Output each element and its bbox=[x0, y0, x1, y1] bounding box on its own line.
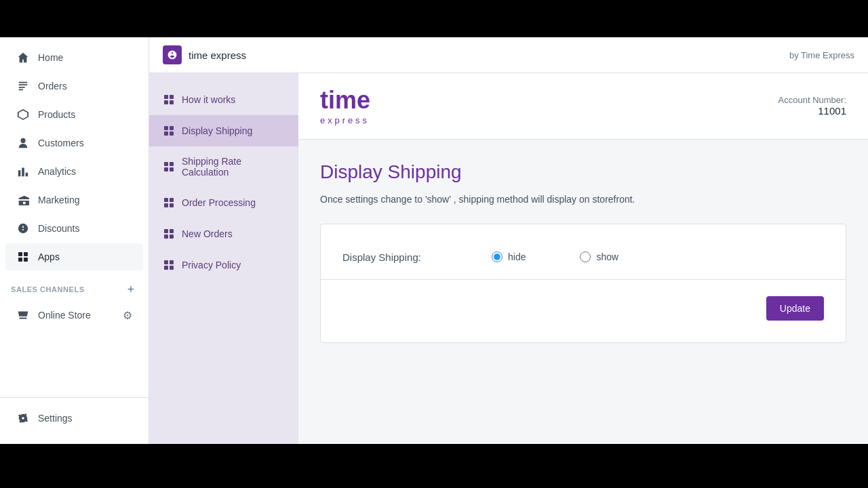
app-sidebar-item-how-it-works[interactable]: How it works bbox=[149, 84, 298, 115]
update-button[interactable]: Update bbox=[766, 296, 824, 321]
page-title: Display Shipping bbox=[320, 161, 846, 183]
orders-icon bbox=[16, 79, 30, 93]
sidebar-label-orders: Orders bbox=[38, 81, 67, 92]
account-info: Account Number: 11001 bbox=[778, 95, 846, 117]
products-icon bbox=[16, 108, 30, 121]
app-sidebar-item-order-processing[interactable]: Order Processing bbox=[149, 187, 298, 218]
radio-option-show[interactable]: show bbox=[580, 251, 618, 262]
brand-header: time express Account Number: 11001 bbox=[298, 73, 868, 140]
sidebar-label-online-store: Online Store bbox=[38, 310, 91, 321]
app-logo-icon bbox=[163, 45, 182, 64]
app-sidebar-item-display-shipping[interactable]: Display Shipping bbox=[149, 115, 298, 146]
how-it-works-icon bbox=[163, 94, 175, 106]
discounts-icon bbox=[16, 222, 30, 235]
marketing-icon bbox=[16, 193, 30, 207]
inner-layout: How it works Display Shipping Shipping R… bbox=[149, 73, 868, 444]
sidebar-label-products: Products bbox=[38, 109, 75, 120]
display-shipping-icon bbox=[163, 125, 175, 137]
top-bar bbox=[0, 0, 868, 37]
display-shipping-row: Display Shipping: hide show bbox=[342, 246, 824, 279]
sidebar-item-settings[interactable]: Settings bbox=[5, 405, 143, 432]
radio-group: hide show bbox=[492, 251, 824, 262]
customers-icon bbox=[16, 136, 30, 150]
sidebar-item-marketing[interactable]: Marketing bbox=[5, 186, 143, 214]
sidebar-item-online-store[interactable]: Online Store ⚙ bbox=[5, 302, 143, 329]
sidebar-item-orders[interactable]: Orders bbox=[5, 73, 143, 100]
sidebar-item-discounts[interactable]: Discounts bbox=[5, 215, 143, 242]
content-area: time express Account Number: 11001 Displ… bbox=[298, 73, 868, 444]
apps-icon bbox=[16, 250, 30, 264]
bottom-bar bbox=[0, 444, 868, 488]
account-label: Account Number: bbox=[778, 95, 846, 105]
account-number: 11001 bbox=[778, 105, 846, 117]
sidebar-item-analytics[interactable]: Analytics bbox=[5, 158, 143, 185]
sidebar-label-customers: Customers bbox=[38, 138, 84, 148]
app-sidebar: How it works Display Shipping Shipping R… bbox=[149, 73, 298, 444]
app-name: time express bbox=[189, 49, 246, 61]
shipping-rate-icon bbox=[163, 161, 175, 173]
app-header: time express by Time Express bbox=[149, 37, 868, 73]
sidebar-label-home: Home bbox=[38, 52, 63, 63]
store-icon bbox=[16, 308, 30, 322]
app-header-left: time express bbox=[163, 45, 246, 64]
app-sidebar-item-privacy-policy[interactable]: Privacy Policy bbox=[149, 249, 298, 281]
sidebar-label-discounts: Discounts bbox=[38, 223, 79, 234]
sidebar-item-apps[interactable]: Apps bbox=[5, 243, 143, 270]
settings-actions: Update bbox=[342, 280, 824, 321]
radio-hide[interactable] bbox=[492, 251, 502, 262]
order-processing-icon bbox=[163, 197, 175, 209]
page-content: Display Shipping Once settings change to… bbox=[298, 140, 868, 365]
sidebar-label-analytics: Analytics bbox=[38, 166, 76, 177]
app-sidebar-item-new-orders[interactable]: New Orders bbox=[149, 218, 298, 249]
sidebar-item-customers[interactable]: Customers bbox=[5, 129, 143, 157]
new-orders-icon bbox=[163, 228, 175, 240]
brand-logo-text: time bbox=[320, 87, 370, 114]
analytics-icon bbox=[16, 165, 30, 178]
home-icon bbox=[16, 51, 30, 64]
sales-channels-header: SALES CHANNELS + bbox=[0, 272, 149, 300]
main-content: time express by Time Express How it work… bbox=[149, 37, 868, 444]
app-sidebar-item-shipping-rate[interactable]: Shipping Rate Calculation bbox=[149, 146, 298, 187]
sidebar-label-marketing: Marketing bbox=[38, 195, 79, 205]
settings-card: Display Shipping: hide show bbox=[320, 224, 846, 343]
sidebar-item-home[interactable]: Home bbox=[5, 44, 143, 71]
radio-show[interactable] bbox=[580, 251, 591, 262]
display-shipping-label: Display Shipping: bbox=[342, 251, 492, 263]
sidebar-item-products[interactable]: Products bbox=[5, 101, 143, 128]
online-store-settings-icon[interactable]: ⚙ bbox=[123, 309, 132, 322]
sidebar-bottom: Settings bbox=[0, 397, 149, 444]
brand-logo-sub: express bbox=[320, 115, 370, 125]
privacy-policy-icon bbox=[163, 259, 175, 271]
main-sidebar: Home Orders Products Customers bbox=[0, 37, 149, 444]
sidebar-label-apps: Apps bbox=[38, 251, 60, 262]
app-by-text: by Time Express bbox=[789, 50, 854, 60]
radio-option-hide[interactable]: hide bbox=[492, 251, 526, 262]
sidebar-nav: Home Orders Products Customers bbox=[0, 37, 149, 397]
page-description: Once settings change to 'show' , shippin… bbox=[320, 194, 846, 205]
add-sales-channel-button[interactable]: + bbox=[124, 283, 138, 296]
settings-icon bbox=[16, 411, 30, 425]
brand-logo: time express bbox=[320, 87, 370, 125]
sidebar-label-settings: Settings bbox=[38, 413, 73, 424]
